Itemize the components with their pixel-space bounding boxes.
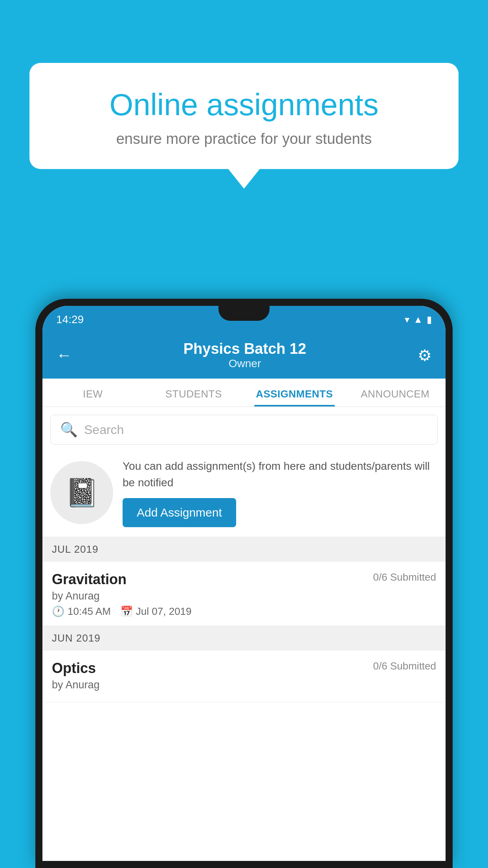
add-assignment-button[interactable]: Add Assignment bbox=[123, 498, 236, 527]
tab-students[interactable]: STUDENTS bbox=[143, 379, 244, 406]
notch bbox=[218, 306, 270, 321]
promo-section: 📓 You can add assignment(s) from here an… bbox=[42, 449, 446, 537]
clock-icon: 🕐 bbox=[52, 605, 64, 618]
signal-icon: ▲ bbox=[413, 314, 423, 325]
assignment-name-gravitation: Gravitation bbox=[52, 571, 127, 588]
search-bar[interactable]: 🔍 Search bbox=[50, 415, 438, 445]
speech-bubble-container: Online assignments ensure more practice … bbox=[29, 63, 459, 189]
promo-icon-circle: 📓 bbox=[50, 461, 113, 524]
speech-bubble-title: Online assignments bbox=[57, 86, 431, 123]
section-jun-2019: JUN 2019 bbox=[42, 626, 446, 651]
search-container: 🔍 Search bbox=[42, 407, 446, 449]
assignment-item-optics[interactable]: Optics 0/6 Submitted by Anurag bbox=[42, 651, 446, 702]
battery-icon: ▮ bbox=[427, 314, 432, 325]
tab-iew[interactable]: IEW bbox=[42, 379, 143, 406]
header-center: Physics Batch 12 Owner bbox=[72, 340, 418, 370]
status-bar: 14:29 ▾ ▲ ▮ bbox=[42, 306, 446, 333]
phone-frame: 14:29 ▾ ▲ ▮ ← Physics Batch 12 Owner ⚙ I… bbox=[35, 299, 453, 868]
tab-assignments[interactable]: ASSIGNMENTS bbox=[244, 379, 345, 406]
header-title: Physics Batch 12 bbox=[72, 340, 418, 357]
assignment-item-gravitation[interactable]: Gravitation 0/6 Submitted by Anurag 🕐 10… bbox=[42, 562, 446, 626]
assignment-meta-gravitation: 🕐 10:45 AM 📅 Jul 07, 2019 bbox=[52, 605, 436, 618]
promo-content: You can add assignment(s) from here and … bbox=[123, 458, 438, 527]
assignment-submitted-gravitation: 0/6 Submitted bbox=[373, 571, 436, 583]
assignment-time-text: 10:45 AM bbox=[68, 605, 111, 618]
search-icon: 🔍 bbox=[60, 421, 78, 438]
app-header: ← Physics Batch 12 Owner ⚙ bbox=[42, 333, 446, 379]
wifi-icon: ▾ bbox=[405, 314, 409, 325]
tab-announcements[interactable]: ANNOUNCEM bbox=[345, 379, 446, 406]
speech-bubble-subtitle: ensure more practice for your students bbox=[57, 131, 431, 147]
calendar-icon: 📅 bbox=[120, 605, 133, 618]
speech-bubble: Online assignments ensure more practice … bbox=[29, 63, 459, 169]
gear-icon[interactable]: ⚙ bbox=[418, 346, 432, 364]
search-placeholder: Search bbox=[84, 423, 124, 437]
speech-bubble-arrow bbox=[228, 169, 260, 189]
back-button[interactable]: ← bbox=[56, 346, 72, 364]
assignment-date-text: Jul 07, 2019 bbox=[136, 605, 192, 618]
notebook-icon: 📓 bbox=[65, 476, 99, 509]
status-icons: ▾ ▲ ▮ bbox=[405, 314, 432, 325]
assignment-by-optics: by Anurag bbox=[52, 679, 436, 691]
header-subtitle: Owner bbox=[72, 357, 418, 370]
assignment-submitted-optics: 0/6 Submitted bbox=[373, 660, 436, 672]
assignment-row1: Gravitation 0/6 Submitted bbox=[52, 571, 436, 588]
assignment-by-gravitation: by Anurag bbox=[52, 590, 436, 602]
assignment-row1-optics: Optics 0/6 Submitted bbox=[52, 660, 436, 677]
status-time: 14:29 bbox=[56, 313, 84, 326]
section-jul-2019: JUL 2019 bbox=[42, 537, 446, 562]
phone-inner: 14:29 ▾ ▲ ▮ ← Physics Batch 12 Owner ⚙ I… bbox=[42, 306, 446, 861]
promo-text: You can add assignment(s) from here and … bbox=[123, 458, 438, 491]
assignment-name-optics: Optics bbox=[52, 660, 96, 677]
assignment-date-gravitation: 📅 Jul 07, 2019 bbox=[120, 605, 192, 618]
tab-bar: IEW STUDENTS ASSIGNMENTS ANNOUNCEM bbox=[42, 379, 446, 407]
assignment-time-gravitation: 🕐 10:45 AM bbox=[52, 605, 111, 618]
